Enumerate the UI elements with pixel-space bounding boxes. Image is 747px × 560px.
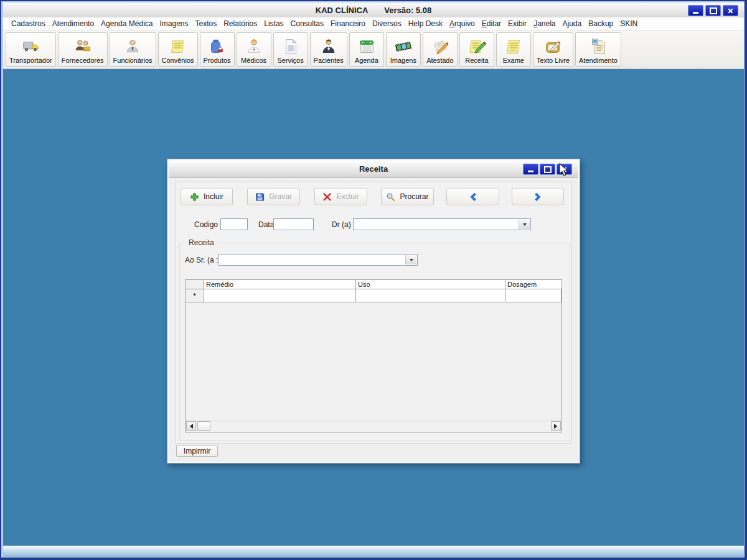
dr-label: Dr (a) : bbox=[332, 220, 355, 229]
truck-icon bbox=[21, 37, 40, 57]
grid-corner-cell bbox=[186, 280, 204, 289]
menu-cadastros[interactable]: Cadastros bbox=[11, 19, 45, 28]
suppliers-icon bbox=[73, 37, 92, 57]
incluir-button[interactable]: Incluir bbox=[181, 188, 233, 205]
chevron-left-icon bbox=[467, 192, 478, 202]
imprimir-button[interactable]: Impirmir bbox=[176, 445, 218, 457]
previous-record-button[interactable] bbox=[446, 188, 499, 205]
menu-help-desk[interactable]: Help Desk bbox=[408, 19, 443, 28]
receita-groupbox: Receita Ao Sr. (a : Remédio Uso Dosagem bbox=[179, 243, 570, 441]
data-label: Data bbox=[258, 220, 274, 229]
note-icon bbox=[169, 37, 187, 57]
column-header-uso: Uso bbox=[356, 280, 505, 289]
menu-janela[interactable]: Janela bbox=[533, 19, 555, 28]
main-window-controls bbox=[688, 5, 738, 16]
next-record-button[interactable] bbox=[512, 188, 564, 205]
grid-header-row: Remédio Uso Dosagem bbox=[186, 280, 561, 289]
toolbar-button-exame[interactable]: Exame bbox=[496, 32, 531, 67]
close-button[interactable] bbox=[723, 5, 738, 16]
menu-exibir[interactable]: Exibir bbox=[508, 19, 527, 28]
toolbar-button-medicos[interactable]: Médicos bbox=[237, 32, 271, 67]
maximize-button[interactable] bbox=[705, 5, 721, 16]
mouse-cursor bbox=[559, 163, 570, 180]
dr-combobox[interactable] bbox=[353, 218, 531, 230]
scroll-left-button[interactable] bbox=[186, 421, 196, 431]
minimize-button[interactable] bbox=[688, 5, 703, 16]
prescription-grid: Remédio Uso Dosagem * bbox=[185, 279, 562, 432]
dialog-minimize-button[interactable] bbox=[523, 164, 538, 175]
menu-backup[interactable]: Backup bbox=[588, 19, 613, 28]
column-header-dosagem: Dosagem bbox=[505, 280, 561, 289]
toolbar-button-servicos[interactable]: Serviços bbox=[273, 32, 308, 67]
dialog-titlebar: Receita bbox=[169, 161, 578, 178]
dr-combobox-arrow[interactable] bbox=[519, 220, 530, 229]
grid-cell-dosagem[interactable] bbox=[505, 289, 561, 302]
menu-relatorios[interactable]: Relatórios bbox=[223, 19, 257, 28]
codigo-input[interactable] bbox=[220, 218, 248, 230]
dialog-content-panel: Incluir Gravar Excluir Procurar Codigo bbox=[175, 182, 572, 444]
toolbar-button-atestado[interactable]: Atestado bbox=[423, 32, 458, 67]
grid-cell-remedio[interactable] bbox=[204, 289, 356, 302]
menubar: Cadastros Atendimento Agenda Médica Imag… bbox=[3, 17, 744, 30]
grid-new-row: * bbox=[186, 289, 561, 302]
menu-atendimento[interactable]: Atendimento bbox=[52, 19, 94, 28]
scrollbar-thumb[interactable] bbox=[197, 421, 210, 431]
doctor-icon bbox=[245, 37, 263, 57]
procurar-button[interactable]: Procurar bbox=[381, 188, 434, 205]
scroll-right-button[interactable] bbox=[551, 421, 561, 431]
free-text-icon bbox=[543, 37, 562, 57]
main-titlebar: KAD CLÍNICA Versão: 5.08 bbox=[3, 2, 744, 18]
menu-editar[interactable]: Editar bbox=[482, 19, 501, 28]
ao-sr-label: Ao Sr. (a : bbox=[185, 256, 218, 264]
receita-groupbox-label: Receita bbox=[186, 238, 217, 247]
maximize-icon bbox=[544, 166, 552, 173]
toolbar-button-atendimento[interactable]: Atendimento bbox=[575, 32, 621, 67]
minimize-icon bbox=[528, 170, 533, 172]
toolbar-button-texto-livre[interactable]: Texto Livre bbox=[533, 32, 573, 67]
attendance-icon bbox=[589, 37, 608, 57]
toolbar-button-fornecedores[interactable]: Fornecedores bbox=[58, 32, 108, 67]
triangle-left-icon bbox=[187, 424, 193, 429]
app-title: KAD CLÍNICA bbox=[316, 6, 369, 15]
chevron-down-icon bbox=[523, 223, 527, 228]
menu-listas[interactable]: Listas bbox=[264, 19, 283, 28]
filmstrip-icon bbox=[394, 37, 413, 57]
toolbar-button-convenios[interactable]: Convênios bbox=[158, 32, 198, 67]
main-toolbar: Transportador Fornecedores Funcionários … bbox=[3, 30, 744, 69]
menu-textos[interactable]: Textos bbox=[195, 19, 217, 28]
toolbar-button-produtos[interactable]: Produtos bbox=[200, 32, 235, 67]
menu-agenda-medica[interactable]: Agenda Médica bbox=[101, 19, 153, 28]
menu-diversos[interactable]: Diversos bbox=[372, 19, 402, 28]
toolbar-button-imagens[interactable]: Imagens bbox=[386, 32, 421, 67]
chevron-right-icon bbox=[533, 192, 543, 202]
delete-icon bbox=[322, 192, 332, 202]
menu-financeiro[interactable]: Financeiro bbox=[331, 19, 365, 28]
ao-sr-combobox[interactable] bbox=[218, 254, 418, 266]
dialog-title: Receita bbox=[359, 164, 388, 174]
toolbar-button-receita[interactable]: Receita bbox=[459, 32, 494, 67]
ao-sr-combobox-arrow[interactable] bbox=[405, 255, 416, 264]
menu-skin[interactable]: SKIN bbox=[620, 19, 637, 28]
menu-consultas[interactable]: Consultas bbox=[291, 19, 324, 28]
toolbar-button-transportador[interactable]: Transportador bbox=[6, 32, 56, 67]
excluir-button[interactable]: Excluir bbox=[314, 188, 367, 205]
save-icon bbox=[255, 192, 265, 202]
triangle-right-icon bbox=[554, 424, 560, 429]
data-input[interactable] bbox=[273, 218, 314, 230]
close-icon bbox=[728, 8, 733, 14]
minimize-icon bbox=[693, 12, 698, 14]
gravar-button[interactable]: Gravar bbox=[247, 188, 300, 205]
employee-icon bbox=[123, 37, 142, 57]
toolbar-button-agenda[interactable]: Agenda bbox=[349, 32, 384, 67]
certificate-icon bbox=[431, 37, 449, 57]
menu-arquivo[interactable]: Arquivo bbox=[449, 19, 475, 28]
plus-icon bbox=[190, 192, 199, 202]
app-version: Versão: 5.08 bbox=[384, 6, 431, 15]
toolbar-button-funcionarios[interactable]: Funcionários bbox=[110, 32, 156, 67]
menu-imagens[interactable]: Imagens bbox=[159, 19, 188, 28]
grid-cell-uso[interactable] bbox=[356, 289, 505, 302]
toolbar-button-pacientes[interactable]: Pacientes bbox=[310, 32, 347, 67]
dialog-maximize-button[interactable] bbox=[540, 164, 555, 175]
chevron-down-icon bbox=[410, 259, 413, 263]
menu-ajuda[interactable]: Ajuda bbox=[563, 19, 582, 28]
